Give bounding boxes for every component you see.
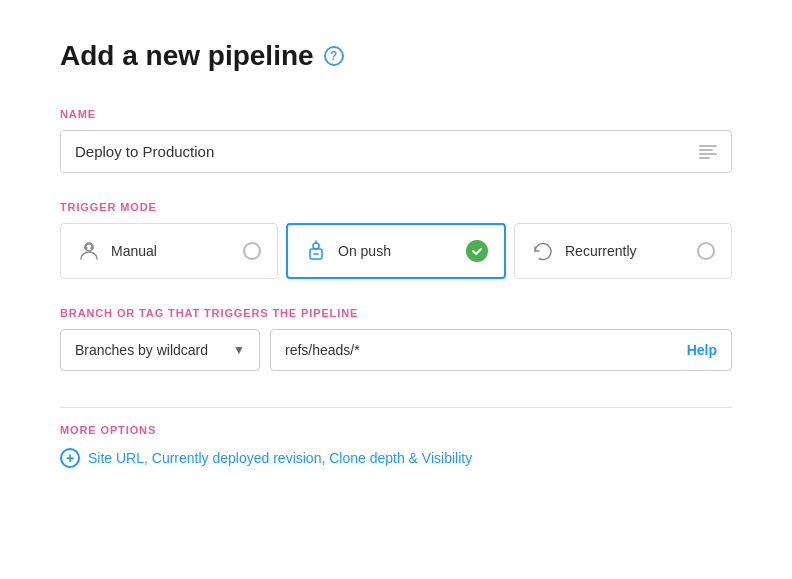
text-format-icon [685,145,731,159]
branch-dropdown-value: Branches by wildcard [75,342,208,358]
manual-icon [77,239,101,263]
trigger-option-onpush[interactable]: On push [286,223,506,279]
more-options-row: + Site URL, Currently deployed revision,… [60,448,732,468]
svg-rect-0 [699,145,717,147]
name-input[interactable] [61,131,685,172]
trigger-option-recurrently[interactable]: Recurrently [514,223,732,279]
manual-radio[interactable] [243,242,261,260]
trigger-options: Manual On push [60,223,732,279]
branch-section: BRANCH OR TAG THAT TRIGGERS THE PIPELINE… [60,307,732,371]
svg-point-8 [313,243,319,249]
svg-rect-1 [699,149,713,151]
branch-dropdown[interactable]: Branches by wildcard ▼ [60,329,260,371]
branch-input-wrapper: Help [270,329,732,371]
recurrently-radio[interactable] [697,242,715,260]
page-header: Add a new pipeline ? [60,40,732,72]
page-title: Add a new pipeline [60,40,314,72]
svg-rect-3 [699,157,710,159]
divider [60,407,732,408]
branch-row: Branches by wildcard ▼ Help [60,329,732,371]
svg-rect-2 [699,153,717,155]
trigger-section: TRIGGER MODE Manual [60,201,732,279]
trigger-option-onpush-label: On push [338,243,391,259]
trigger-option-recurrently-label: Recurrently [565,243,637,259]
more-options-section: MORE OPTIONS + Site URL, Currently deplo… [60,407,732,468]
more-options-label: MORE OPTIONS [60,424,732,436]
help-icon[interactable]: ? [324,46,344,66]
branch-help-link[interactable]: Help [687,342,717,358]
recurrently-icon [531,239,555,263]
chevron-down-icon: ▼ [233,343,245,357]
trigger-option-recurrently-left: Recurrently [531,239,637,263]
trigger-option-onpush-left: On push [304,239,391,263]
onpush-check [466,240,488,262]
expand-plus-icon[interactable]: + [60,448,80,468]
name-section: NAME [60,108,732,173]
svg-point-6 [91,247,94,250]
branch-label: BRANCH OR TAG THAT TRIGGERS THE PIPELINE [60,307,732,319]
trigger-option-manual-left: Manual [77,239,157,263]
trigger-option-manual-label: Manual [111,243,157,259]
trigger-label: TRIGGER MODE [60,201,732,213]
name-label: NAME [60,108,732,120]
svg-point-5 [85,247,88,250]
trigger-option-manual[interactable]: Manual [60,223,278,279]
push-icon [304,239,328,263]
name-input-wrapper [60,130,732,173]
more-options-links[interactable]: Site URL, Currently deployed revision, C… [88,450,472,466]
branch-input[interactable] [285,342,687,358]
